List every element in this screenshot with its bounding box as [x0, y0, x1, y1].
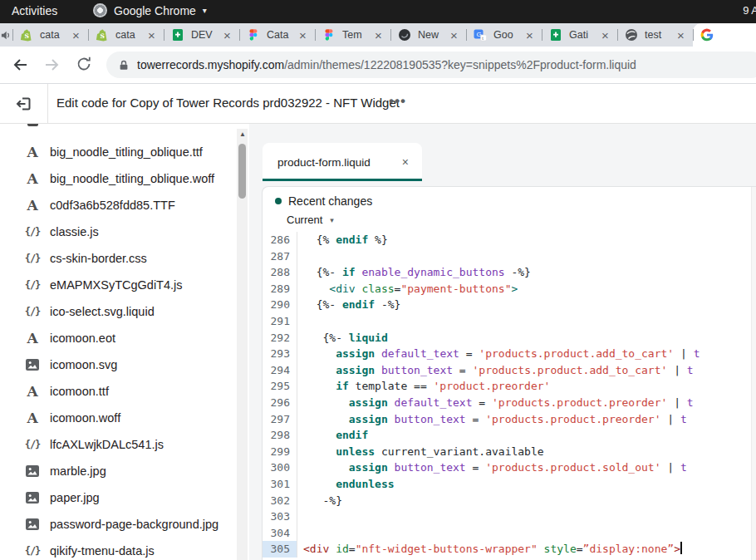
file-item[interactable]: marble.jpg — [0, 458, 249, 484]
file-item[interactable]: {/}lfcAXLwjkDALc541.js — [0, 431, 249, 458]
font-file-icon: A — [23, 411, 42, 425]
close-icon[interactable]: × — [402, 155, 409, 169]
browser-tab[interactable]: Gati× — [542, 23, 617, 47]
editor-scrollbar-track[interactable] — [751, 187, 756, 560]
scroll-up-arrow-icon[interactable]: ▲ — [239, 130, 246, 138]
address-bar[interactable]: towerrecords.myshopify.com/admin/themes/… — [106, 52, 756, 78]
file-item[interactable]: {/}classie.js — [0, 219, 249, 245]
code-line[interactable]: assign default_text = 'products.product.… — [297, 346, 700, 362]
file-item[interactable]: Aicomoon.woff — [0, 405, 249, 431]
code-line[interactable]: {%- liquid — [297, 330, 388, 346]
browser-tab[interactable]: New× — [390, 23, 466, 47]
browser-tab-label: test — [645, 29, 671, 41]
code-line[interactable]: {% endif %} — [297, 232, 388, 248]
line-number: 295 — [263, 378, 297, 395]
tab-close-icon[interactable]: × — [675, 29, 687, 42]
browser-tab[interactable]: test× — [617, 23, 693, 47]
code-line[interactable]: {%- endif -%} — [297, 297, 400, 313]
url-domain: towerrecords.myshopify.com — [137, 58, 284, 71]
lock-icon[interactable] — [118, 59, 130, 71]
tab-close-icon[interactable]: × — [221, 29, 233, 42]
sheets-favicon-icon — [171, 28, 184, 42]
code-line[interactable]: assign button_text = 'products.product.p… — [297, 411, 687, 428]
code-line[interactable]: assign button_text = 'products.product.s… — [297, 459, 687, 476]
tab-close-icon[interactable]: × — [70, 29, 82, 42]
line-number: 302 — [263, 493, 297, 509]
editor-file-tab[interactable]: product-form.liquid × — [263, 143, 422, 181]
file-name: cs-skin-border.css — [50, 252, 147, 265]
file-name: ico-select.svg.liquid — [50, 305, 155, 318]
browser-tab[interactable] — [693, 23, 756, 47]
file-item[interactable]: paper.jpg — [0, 484, 249, 511]
file-name: qikify-tmenu-data.js — [50, 544, 155, 558]
code-line[interactable]: unless current_variant.available — [297, 444, 544, 460]
code-line[interactable]: endif — [297, 427, 368, 444]
code-line[interactable]: assign default_text = 'products.product.… — [297, 395, 694, 411]
activities-button[interactable]: Activities — [12, 4, 57, 17]
code-line-row: 293 assign default_text = 'products.prod… — [263, 346, 756, 362]
browser-tab[interactable]: GtGoo× — [466, 23, 542, 47]
sidebar-scrollbar-thumb[interactable] — [238, 144, 246, 199]
app-menu[interactable]: Google Chrome ▾ — [93, 3, 207, 17]
clock[interactable]: 9 A — [743, 4, 756, 17]
line-number: 291 — [263, 313, 297, 330]
line-number: 300 — [263, 459, 297, 476]
reload-button[interactable] — [76, 56, 94, 74]
file-item[interactable]: {/}qikify-tmenu-data.js — [0, 538, 249, 560]
code-line[interactable]: if template == 'product.preorder' — [297, 378, 550, 395]
tab-close-icon[interactable]: × — [297, 29, 309, 42]
code-area[interactable]: 286 {% endif %}287288 {%- if enable_dyna… — [263, 232, 756, 558]
file-item[interactable]: Aicomoon.eot — [0, 325, 249, 351]
file-name: big_noodle_titling_oblique.ttf — [50, 145, 203, 159]
file-item[interactable]: password-page-background.jpg — [0, 511, 249, 538]
browser-tab[interactable]: DEV× — [164, 23, 239, 47]
line-number: 297 — [263, 411, 297, 428]
code-line[interactable]: {%- if enable_dynamic_buttons -%} — [297, 264, 531, 281]
editor-card: Recent changes Current ▾ 286 {% endif %}… — [262, 186, 756, 560]
file-item[interactable]: Abig_noodle_titling_oblique.woff — [0, 165, 249, 192]
tab-close-icon[interactable]: × — [372, 29, 385, 42]
image-file-icon — [23, 518, 42, 530]
browser-tab[interactable]: Scata× — [88, 23, 164, 47]
tab-close-icon[interactable]: × — [448, 29, 460, 42]
file-name: lfcAXLwjkDALc541.js — [50, 438, 164, 451]
file-item[interactable]: {/}cs-skin-border.css — [0, 245, 249, 272]
code-line[interactable] — [297, 525, 303, 542]
file-item[interactable]: {/}ico-select.svg.liquid — [0, 298, 249, 325]
code-line[interactable] — [297, 313, 303, 330]
code-line[interactable]: -%} — [297, 493, 342, 509]
file-item[interactable]: {/}eMAPMXSyTCgGdiT4.js — [0, 272, 249, 298]
forward-button[interactable] — [43, 56, 61, 74]
code-file-icon: {/} — [23, 226, 42, 238]
back-button[interactable] — [11, 56, 29, 74]
tab-close-icon[interactable]: × — [145, 29, 158, 42]
browser-tab[interactable]: Cata× — [239, 23, 315, 47]
code-line[interactable] — [297, 508, 303, 525]
file-name: icomoon.eot — [50, 332, 115, 345]
file-name: classie.js — [50, 225, 99, 238]
code-line[interactable] — [297, 248, 303, 265]
exit-code-editor-button[interactable] — [16, 96, 32, 112]
file-item[interactable]: Aicomoon.ttf — [0, 378, 249, 405]
browser-tab-label: Goo — [493, 29, 520, 41]
file-item[interactable]: icomoon.svg — [0, 351, 249, 378]
code-line-row: 303 — [263, 508, 756, 525]
image-file-icon — [23, 492, 42, 504]
code-line[interactable]: endunless — [297, 476, 395, 493]
active-tab-underline — [263, 179, 422, 181]
browser-tab[interactable]: Tem× — [315, 23, 390, 47]
text-cursor — [680, 542, 682, 554]
svg-text:S: S — [101, 32, 105, 40]
code-line[interactable]: assign button_text = 'products.product.a… — [297, 362, 694, 379]
code-line[interactable]: <div id="nft-widget-buttons-wrapper" sty… — [297, 541, 682, 558]
overflow-menu-icon[interactable]: ••• — [389, 93, 406, 110]
code-line[interactable]: <div class="payment-buttons"> — [297, 281, 518, 297]
tab-close-icon[interactable]: × — [523, 29, 536, 42]
tab-close-icon[interactable]: × — [599, 29, 611, 42]
file-item[interactable]: Ac0df3a6b528fdd85.TTF — [0, 192, 249, 219]
font-file-icon: A — [23, 332, 42, 346]
browser-tab[interactable]: Scata× — [12, 23, 88, 47]
version-dropdown[interactable]: Current ▾ — [287, 214, 372, 226]
line-number: 290 — [263, 297, 297, 313]
file-item[interactable]: Abig_noodle_titling_oblique.ttf — [0, 139, 249, 165]
